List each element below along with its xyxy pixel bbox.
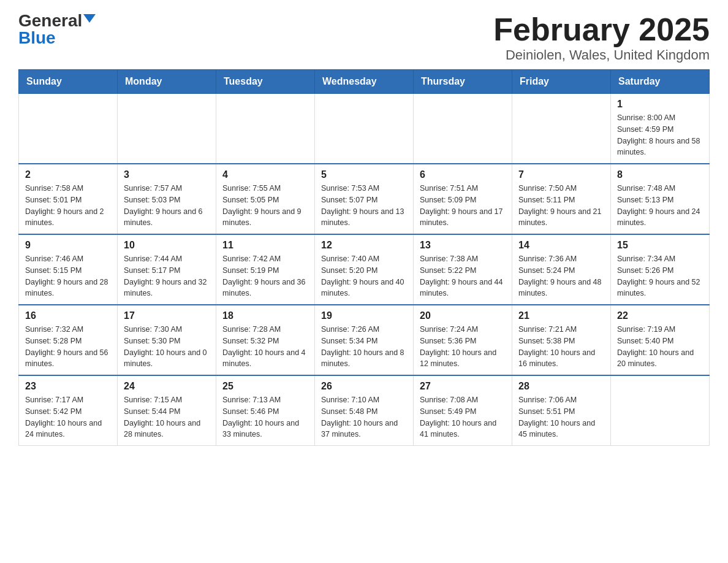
day-info: Sunrise: 7:38 AM Sunset: 5:22 PM Dayligh… [420,253,506,299]
day-number: 21 [518,310,604,321]
day-number: 13 [420,240,506,251]
day-of-week-header: Tuesday [216,70,315,94]
calendar-day-cell [512,94,611,164]
day-number: 23 [25,381,111,392]
calendar-day-cell: 3Sunrise: 7:57 AM Sunset: 5:03 PM Daylig… [118,164,216,234]
calendar-week-row: 1Sunrise: 8:00 AM Sunset: 4:59 PM Daylig… [19,94,710,164]
day-info: Sunrise: 7:51 AM Sunset: 5:09 PM Dayligh… [420,183,506,229]
calendar-day-cell: 9Sunrise: 7:46 AM Sunset: 5:15 PM Daylig… [19,234,118,305]
calendar-day-cell: 14Sunrise: 7:36 AM Sunset: 5:24 PM Dayli… [512,234,611,305]
day-info: Sunrise: 7:28 AM Sunset: 5:32 PM Dayligh… [222,324,308,370]
day-number: 5 [321,169,407,180]
day-of-week-header: Sunday [19,70,118,94]
day-info: Sunrise: 7:32 AM Sunset: 5:28 PM Dayligh… [25,324,111,370]
calendar-day-cell: 4Sunrise: 7:55 AM Sunset: 5:05 PM Daylig… [216,164,315,234]
day-info: Sunrise: 8:00 AM Sunset: 4:59 PM Dayligh… [617,112,703,158]
calendar-day-cell: 18Sunrise: 7:28 AM Sunset: 5:32 PM Dayli… [216,305,315,375]
day-info: Sunrise: 7:08 AM Sunset: 5:49 PM Dayligh… [420,394,506,440]
day-number: 9 [25,240,111,251]
day-info: Sunrise: 7:42 AM Sunset: 5:19 PM Dayligh… [222,253,308,299]
calendar-week-row: 2Sunrise: 7:58 AM Sunset: 5:01 PM Daylig… [19,164,710,234]
logo-blue: Blue [18,29,56,47]
day-number: 26 [321,381,407,392]
calendar-week-row: 16Sunrise: 7:32 AM Sunset: 5:28 PM Dayli… [19,305,710,375]
calendar-title: February 2025 [493,12,710,47]
day-info: Sunrise: 7:30 AM Sunset: 5:30 PM Dayligh… [124,324,210,370]
calendar-day-cell: 5Sunrise: 7:53 AM Sunset: 5:07 PM Daylig… [315,164,414,234]
day-info: Sunrise: 7:48 AM Sunset: 5:13 PM Dayligh… [617,183,703,229]
day-info: Sunrise: 7:26 AM Sunset: 5:34 PM Dayligh… [321,324,407,370]
day-of-week-header: Monday [118,70,216,94]
day-of-week-header: Wednesday [315,70,414,94]
day-info: Sunrise: 7:13 AM Sunset: 5:46 PM Dayligh… [222,394,308,440]
calendar-day-cell: 16Sunrise: 7:32 AM Sunset: 5:28 PM Dayli… [19,305,118,375]
day-number: 3 [124,169,210,180]
calendar-day-cell: 21Sunrise: 7:21 AM Sunset: 5:38 PM Dayli… [512,305,611,375]
day-info: Sunrise: 7:10 AM Sunset: 5:48 PM Dayligh… [321,394,407,440]
calendar-week-row: 9Sunrise: 7:46 AM Sunset: 5:15 PM Daylig… [19,234,710,305]
day-number: 11 [222,240,308,251]
day-number: 14 [518,240,604,251]
calendar-day-cell: 11Sunrise: 7:42 AM Sunset: 5:19 PM Dayli… [216,234,315,305]
calendar-week-row: 23Sunrise: 7:17 AM Sunset: 5:42 PM Dayli… [19,375,710,446]
calendar-day-cell: 24Sunrise: 7:15 AM Sunset: 5:44 PM Dayli… [118,375,216,446]
calendar-day-cell [216,94,315,164]
day-info: Sunrise: 7:58 AM Sunset: 5:01 PM Dayligh… [25,183,111,229]
calendar-day-cell: 28Sunrise: 7:06 AM Sunset: 5:51 PM Dayli… [512,375,611,446]
calendar-day-cell [118,94,216,164]
calendar-day-cell: 23Sunrise: 7:17 AM Sunset: 5:42 PM Dayli… [19,375,118,446]
calendar-day-cell: 6Sunrise: 7:51 AM Sunset: 5:09 PM Daylig… [414,164,512,234]
calendar-day-cell: 17Sunrise: 7:30 AM Sunset: 5:30 PM Dayli… [118,305,216,375]
calendar-table: SundayMondayTuesdayWednesdayThursdayFrid… [18,69,710,446]
calendar-day-cell: 10Sunrise: 7:44 AM Sunset: 5:17 PM Dayli… [118,234,216,305]
day-number: 8 [617,169,703,180]
day-info: Sunrise: 7:44 AM Sunset: 5:17 PM Dayligh… [124,253,210,299]
day-info: Sunrise: 7:53 AM Sunset: 5:07 PM Dayligh… [321,183,407,229]
day-number: 22 [617,310,703,321]
day-info: Sunrise: 7:40 AM Sunset: 5:20 PM Dayligh… [321,253,407,299]
calendar-day-cell: 22Sunrise: 7:19 AM Sunset: 5:40 PM Dayli… [611,305,710,375]
calendar-day-cell: 19Sunrise: 7:26 AM Sunset: 5:34 PM Dayli… [315,305,414,375]
calendar-day-cell [414,94,512,164]
day-number: 18 [222,310,308,321]
logo: General Blue [18,12,96,47]
day-number: 6 [420,169,506,180]
days-of-week-row: SundayMondayTuesdayWednesdayThursdayFrid… [19,70,710,94]
day-number: 19 [321,310,407,321]
day-info: Sunrise: 7:55 AM Sunset: 5:05 PM Dayligh… [222,183,308,229]
day-info: Sunrise: 7:19 AM Sunset: 5:40 PM Dayligh… [617,324,703,370]
day-info: Sunrise: 7:57 AM Sunset: 5:03 PM Dayligh… [124,183,210,229]
day-number: 24 [124,381,210,392]
day-info: Sunrise: 7:24 AM Sunset: 5:36 PM Dayligh… [420,324,506,370]
day-info: Sunrise: 7:15 AM Sunset: 5:44 PM Dayligh… [124,394,210,440]
calendar-day-cell [19,94,118,164]
day-number: 20 [420,310,506,321]
title-block: February 2025 Deiniolen, Wales, United K… [493,12,710,63]
day-number: 15 [617,240,703,251]
day-info: Sunrise: 7:50 AM Sunset: 5:11 PM Dayligh… [518,183,604,229]
calendar-subtitle: Deiniolen, Wales, United Kingdom [493,47,710,63]
day-info: Sunrise: 7:46 AM Sunset: 5:15 PM Dayligh… [25,253,111,299]
calendar-day-cell: 8Sunrise: 7:48 AM Sunset: 5:13 PM Daylig… [611,164,710,234]
calendar-day-cell: 2Sunrise: 7:58 AM Sunset: 5:01 PM Daylig… [19,164,118,234]
calendar-body: 1Sunrise: 8:00 AM Sunset: 4:59 PM Daylig… [19,94,710,446]
day-number: 2 [25,169,111,180]
calendar-header: SundayMondayTuesdayWednesdayThursdayFrid… [19,70,710,94]
day-of-week-header: Thursday [414,70,512,94]
calendar-day-cell: 26Sunrise: 7:10 AM Sunset: 5:48 PM Dayli… [315,375,414,446]
logo-general: General [18,12,82,29]
day-number: 25 [222,381,308,392]
page-header: General Blue February 2025 Deiniolen, Wa… [18,12,710,63]
calendar-day-cell [611,375,710,446]
calendar-day-cell: 1Sunrise: 8:00 AM Sunset: 4:59 PM Daylig… [611,94,710,164]
day-number: 4 [222,169,308,180]
day-info: Sunrise: 7:36 AM Sunset: 5:24 PM Dayligh… [518,253,604,299]
calendar-day-cell: 13Sunrise: 7:38 AM Sunset: 5:22 PM Dayli… [414,234,512,305]
calendar-day-cell: 15Sunrise: 7:34 AM Sunset: 5:26 PM Dayli… [611,234,710,305]
day-number: 16 [25,310,111,321]
calendar-day-cell: 25Sunrise: 7:13 AM Sunset: 5:46 PM Dayli… [216,375,315,446]
day-number: 27 [420,381,506,392]
calendar-day-cell: 20Sunrise: 7:24 AM Sunset: 5:36 PM Dayli… [414,305,512,375]
day-info: Sunrise: 7:06 AM Sunset: 5:51 PM Dayligh… [518,394,604,440]
calendar-day-cell: 7Sunrise: 7:50 AM Sunset: 5:11 PM Daylig… [512,164,611,234]
